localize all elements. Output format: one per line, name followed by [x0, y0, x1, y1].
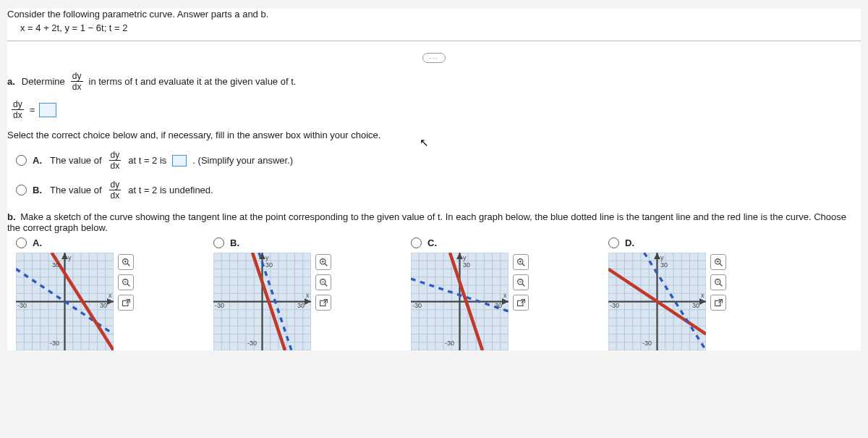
option-a-mid: at t = 2 is	[128, 155, 166, 166]
part-a-equation-row: dy dx =	[10, 100, 861, 119]
zoom-in-button[interactable]	[513, 254, 529, 270]
graph-option-d: D. y x	[608, 237, 726, 350]
magnify-plus-icon	[122, 258, 131, 267]
tick-label: -30	[215, 302, 224, 309]
option-a-pre: The value of	[50, 155, 102, 166]
graph-b: y x 30 -30 -30 30	[213, 253, 311, 350]
svg-marker-143	[699, 298, 706, 305]
y-axis-label: y	[265, 254, 269, 261]
fraction-dy-dx: dy dx	[109, 180, 122, 200]
cursor-icon: ↖	[420, 136, 429, 149]
answer-input-value[interactable]	[172, 155, 187, 167]
popout-button[interactable]	[513, 295, 529, 311]
svg-line-113	[522, 284, 524, 286]
part-a-label: a.	[7, 76, 15, 87]
svg-line-74	[325, 284, 327, 286]
tick-label: -30	[445, 340, 454, 347]
radio-button[interactable]	[16, 237, 27, 248]
tick-label: -30	[50, 340, 59, 347]
graph-tool-column	[513, 254, 529, 311]
tick-label: 30	[495, 302, 502, 309]
popout-icon	[516, 298, 526, 308]
zoom-out-button[interactable]	[513, 274, 529, 290]
tick-label: -30	[247, 340, 257, 347]
collapse-toggle[interactable]: ···	[422, 53, 446, 63]
popout-icon	[122, 298, 131, 308]
graph-option-c: C. y x	[411, 237, 529, 350]
svg-rect-115	[517, 300, 522, 306]
zoom-out-button[interactable]	[315, 274, 331, 290]
option-a-post: . (Simplify your answer.)	[192, 155, 293, 166]
parametric-equation: x = 4 + 2t, y = 1 − 6t; t = 2	[20, 22, 861, 33]
tick-label: -30	[412, 302, 422, 309]
svg-line-148	[720, 264, 722, 266]
zoom-out-button[interactable]	[118, 274, 134, 290]
part-b-prompt: b. Make a sketch of the curve showing th…	[7, 211, 861, 233]
y-axis-label: y	[463, 254, 467, 261]
graph-b-label-row[interactable]: B.	[213, 237, 331, 248]
popout-button[interactable]	[315, 295, 331, 311]
option-letter: C.	[427, 237, 437, 248]
magnify-minus-icon	[319, 278, 328, 287]
popout-button[interactable]	[118, 295, 134, 311]
part-a-prompt: a. Determine dy dx in terms of t and eva…	[7, 72, 861, 91]
fraction-dy-dx: dy dx	[109, 151, 122, 170]
popout-icon	[714, 298, 723, 308]
radio-button[interactable]	[411, 237, 422, 248]
zoom-in-button[interactable]	[710, 254, 726, 270]
graph-a: y x 30 -30 -30 30	[16, 253, 114, 350]
svg-line-70	[325, 264, 327, 266]
radio-button[interactable]	[213, 237, 224, 248]
svg-marker-27	[61, 253, 68, 259]
divider	[7, 41, 861, 41]
option-b-row[interactable]: B. The value of dy dx at t = 2 is undefi…	[16, 180, 861, 200]
graph-tool-column	[710, 254, 726, 311]
tick-label: 30	[463, 261, 470, 269]
zoom-in-button[interactable]	[315, 254, 331, 270]
graph-a-label-row[interactable]: A.	[16, 237, 134, 248]
option-letter: A.	[33, 237, 42, 248]
graph-d: y x 30 -30 -30 30	[608, 253, 706, 350]
option-a-row[interactable]: A. The value of dy dx at t = 2 is . (Sim…	[16, 151, 861, 170]
radio-button[interactable]	[608, 237, 619, 248]
option-b-pre: The value of	[50, 185, 102, 195]
magnify-minus-icon	[122, 278, 131, 287]
radio-button[interactable]	[16, 155, 27, 166]
svg-rect-154	[715, 300, 720, 306]
magnify-plus-icon	[714, 258, 723, 267]
magnify-plus-icon	[319, 258, 328, 267]
x-axis-label: x	[503, 292, 507, 299]
magnify-plus-icon	[516, 258, 526, 267]
part-b-text: Make a sketch of the curve showing the t…	[7, 211, 846, 233]
graph-tool-column	[315, 254, 331, 311]
tick-label: -30	[17, 302, 27, 309]
graph-options-row: A. y x	[16, 237, 861, 350]
svg-line-35	[127, 284, 129, 286]
graph-d-label-row[interactable]: D.	[608, 237, 726, 248]
answer-input-dy-dx[interactable]	[39, 103, 56, 117]
graph-c: y x 30 -30 -30 30	[411, 253, 509, 350]
svg-rect-76	[320, 300, 325, 306]
tick-label: 30	[660, 261, 668, 269]
graph-option-b: B. y x	[213, 237, 331, 350]
popout-button[interactable]	[710, 295, 726, 311]
x-axis-label: x	[306, 292, 310, 299]
radio-button[interactable]	[16, 185, 27, 195]
select-instruction: Select the correct choice below and, if …	[7, 130, 861, 140]
graph-c-label-row[interactable]: C.	[411, 237, 529, 248]
zoom-out-button[interactable]	[710, 274, 726, 290]
tick-label: -30	[610, 302, 619, 309]
graph-option-a: A. y x	[16, 237, 134, 350]
svg-marker-104	[502, 298, 509, 305]
option-b-post: at t = 2 is undefined.	[128, 185, 213, 195]
popout-icon	[319, 298, 328, 308]
zoom-in-button[interactable]	[118, 254, 134, 270]
svg-line-152	[720, 284, 722, 286]
svg-line-31	[127, 264, 129, 266]
svg-rect-37	[122, 300, 127, 306]
equals-sign: =	[30, 104, 35, 115]
svg-line-109	[522, 264, 524, 266]
question-intro: Consider the following parametric curve.…	[7, 9, 861, 20]
tick-label: -30	[642, 340, 652, 347]
y-axis-label: y	[660, 254, 664, 261]
